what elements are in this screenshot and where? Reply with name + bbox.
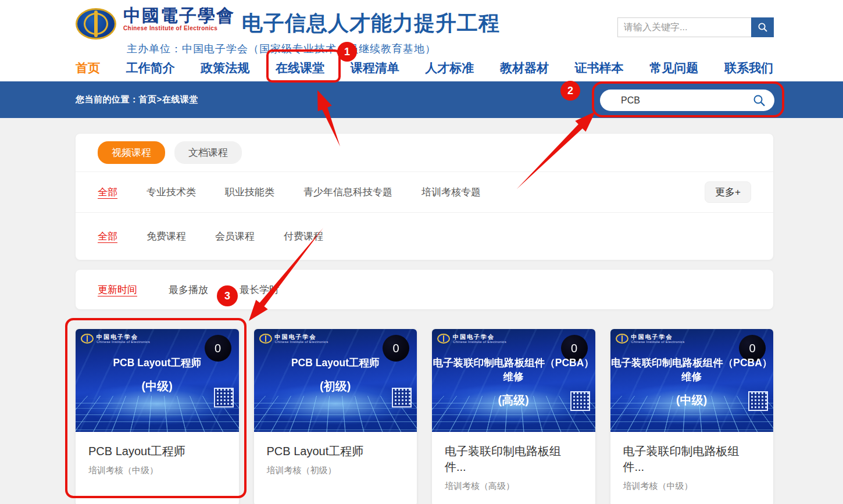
thumb-org-logo: 中国电子学会 Chinese Institute of Electronics <box>616 334 685 344</box>
breadcrumb: 您当前的位置：首页>在线课堂 <box>76 94 198 105</box>
cie-mini-logo-icon <box>81 334 94 344</box>
search-icon <box>758 22 768 33</box>
qr-code-icon <box>214 388 234 408</box>
course-type-tabs: 视频课程 文档课程 <box>76 134 773 172</box>
thumb-title-line1: 电子装联印制电路板组件（PCBA）维修 <box>432 356 595 384</box>
course-subtitle: 培训考核（中级） <box>623 481 761 492</box>
header-search-button[interactable] <box>751 17 774 37</box>
course-card[interactable]: 中国电子学会 Chinese Institute of Electronics … <box>76 329 239 504</box>
nav-item[interactable]: 工作简介 <box>126 60 175 76</box>
cie-mini-logo-icon <box>437 334 450 344</box>
thumb-org-logo: 中国电子学会 Chinese Institute of Electronics <box>81 334 150 344</box>
thumb-org-logo: 中国电子学会 Chinese Institute of Electronics <box>437 334 506 344</box>
category-filter-link[interactable]: 专业技术类 <box>147 185 196 199</box>
price-filter-link[interactable]: 免费课程 <box>147 230 186 243</box>
cie-mini-logo-icon <box>616 334 628 344</box>
site-subtitle: 主办单位：中国电子学会（国家级专业技术人员继续教育基地） <box>127 42 843 56</box>
nav-item[interactable]: 课程清单 <box>351 60 399 76</box>
course-subtitle: 培训考核（中级） <box>88 465 226 476</box>
category-filter-link[interactable]: 青少年信息科技专题 <box>303 185 392 199</box>
course-card-grid: 中国电子学会 Chinese Institute of Electronics … <box>76 329 773 504</box>
nav-item[interactable]: 证书样本 <box>575 60 624 76</box>
nav-item[interactable]: 联系我们 <box>724 60 773 76</box>
course-search-input[interactable]: PCB <box>621 95 752 106</box>
header-search <box>617 17 774 37</box>
thumb-org-name-cn: 中国电子学会 <box>631 334 685 340</box>
price-filter-link[interactable]: 付费课程 <box>284 230 323 243</box>
thumb-org-name-en: Chinese Institute of Electronics <box>275 340 328 344</box>
course-card-info: PCB Layout工程师 培训考核（初级） <box>254 432 417 490</box>
cie-logo-bar <box>94 10 98 37</box>
course-title: 电子装联印制电路板组件... <box>445 444 583 475</box>
course-card[interactable]: 中国电子学会 Chinese Institute of Electronics … <box>254 329 417 504</box>
course-title: PCB Layout工程师 <box>88 444 226 459</box>
course-type-tab[interactable]: 视频课程 <box>98 141 165 164</box>
qr-code-icon <box>570 391 590 411</box>
breadcrumb-separator: > <box>157 94 162 104</box>
category-filter-link[interactable]: 全部 <box>98 185 117 199</box>
course-card-info: PCB Layout工程师 培训考核（中级） <box>76 432 239 490</box>
cie-mini-logo-icon <box>259 334 272 344</box>
course-subtitle: 培训考核（初级） <box>267 465 405 476</box>
nav-item[interactable]: 人才标准 <box>425 60 474 76</box>
org-name-cn: 中國電子學會 <box>123 6 235 25</box>
header-search-input[interactable] <box>617 17 751 37</box>
thumb-title-line1: 电子装联印制电路板组件（PCBA）维修 <box>610 356 774 384</box>
course-thumbnail: 中国电子学会 Chinese Institute of Electronics … <box>432 329 595 432</box>
breadcrumb-home-link[interactable]: 首页 <box>139 94 157 104</box>
breadcrumb-current: 在线课堂 <box>162 94 198 104</box>
course-subtitle: 培训考核（高级） <box>445 481 583 492</box>
site-header: 中國電子學會 Chinese Institute of Electronics … <box>0 0 843 81</box>
thumb-org-name-en: Chinese Institute of Electronics <box>453 340 506 344</box>
category-filter-link[interactable]: 培训考核专题 <box>422 185 481 199</box>
thumb-org-logo: 中国电子学会 Chinese Institute of Electronics <box>259 334 328 344</box>
thumb-org-name-cn: 中国电子学会 <box>97 334 150 340</box>
main-nav: 首页 工作简介 政策法规 在线课堂 课程清单 人才标准 教材器材 证书样本 常见… <box>76 56 773 83</box>
location-bar: 您当前的位置：首页>在线课堂 PCB <box>0 81 843 118</box>
nav-item[interactable]: 首页 <box>76 60 100 76</box>
nav-item[interactable]: 在线课堂 <box>276 60 324 76</box>
course-thumbnail: 中国电子学会 Chinese Institute of Electronics … <box>610 329 774 432</box>
category-links: 全部 专业技术类 职业技能类 青少年信息科技专题 培训考核专题 <box>98 185 510 199</box>
category-filter-link[interactable]: 职业技能类 <box>225 185 274 199</box>
thumb-title-line1: PCB Layout工程师 <box>76 356 239 370</box>
qr-code-icon <box>748 391 768 411</box>
sort-link[interactable]: 最多播放 <box>169 283 208 296</box>
thumb-title-line1: PCB Layout工程师 <box>254 356 417 370</box>
course-title: PCB Layout工程师 <box>267 444 405 459</box>
nav-item[interactable]: 教材器材 <box>500 60 549 76</box>
price-filter-row: 全部 免费课程 会员课程 付费课程 <box>76 213 773 260</box>
thumb-org-name-cn: 中国电子学会 <box>453 334 506 340</box>
more-button[interactable]: 更多+ <box>705 181 751 203</box>
sort-link[interactable]: 更新时间 <box>98 283 137 296</box>
course-card[interactable]: 中国电子学会 Chinese Institute of Electronics … <box>610 329 774 504</box>
category-filter-row: 全部 专业技术类 职业技能类 青少年信息科技专题 培训考核专题 更多+ <box>76 172 773 213</box>
sort-link[interactable]: 最长学时 <box>240 283 279 296</box>
course-type-tab[interactable]: 文档课程 <box>174 141 242 164</box>
sort-panel: 更新时间 最多播放 最长学时 <box>76 270 773 309</box>
course-thumbnail: 中国电子学会 Chinese Institute of Electronics … <box>254 329 417 432</box>
filter-panel: 视频课程 文档课程 全部 专业技术类 职业技能类 青少年信息科技专题 培训考核专… <box>76 134 773 260</box>
course-card[interactable]: 中国电子学会 Chinese Institute of Electronics … <box>432 329 595 504</box>
course-card-info: 电子装联印制电路板组件... 培训考核（中级） <box>610 432 774 504</box>
course-search-box[interactable]: PCB <box>600 90 774 111</box>
nav-item[interactable]: 政策法规 <box>201 60 249 76</box>
breadcrumb-label: 您当前的位置： <box>76 94 139 104</box>
cie-logo <box>76 8 116 40</box>
qr-code-icon <box>392 388 412 408</box>
thumb-org-name-en: Chinese Institute of Electronics <box>631 340 685 344</box>
org-name-en: Chinese Institute of Electronics <box>123 25 235 31</box>
thumb-org-name-cn: 中国电子学会 <box>275 334 328 340</box>
page-title: 电子信息人才能力提升工程 <box>242 9 500 38</box>
brand-text: 中國電子學會 Chinese Institute of Electronics <box>123 6 235 31</box>
price-filter-link[interactable]: 会员课程 <box>215 230 255 243</box>
course-thumbnail: 中国电子学会 Chinese Institute of Electronics … <box>76 329 239 432</box>
nav-item[interactable]: 常见问题 <box>649 60 698 76</box>
course-title: 电子装联印制电路板组件... <box>623 444 761 475</box>
price-filter-link[interactable]: 全部 <box>98 230 117 243</box>
search-icon[interactable] <box>752 94 766 108</box>
thumb-org-name-en: Chinese Institute of Electronics <box>97 340 150 344</box>
course-card-info: 电子装联印制电路板组件... 培训考核（高级） <box>432 432 595 504</box>
